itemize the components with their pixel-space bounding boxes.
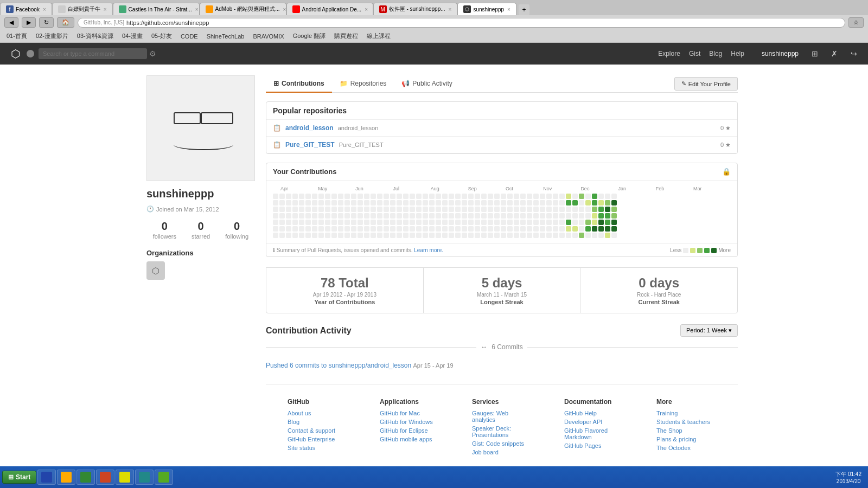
tab-gmail[interactable]: M 收件匣 - sunshineppp... × [373, 3, 458, 15]
footer-app-mac[interactable]: GitHub for Mac [380, 410, 439, 416]
bookmark-2[interactable]: 02-漫畫影片 [34, 31, 71, 41]
footer-gauges[interactable]: Gauges: Web analytics [472, 410, 532, 423]
day-cell [598, 220, 604, 225]
bookmark-5[interactable]: 05-好友 [149, 31, 174, 41]
taskbar-item-1[interactable] [37, 470, 56, 485]
tab-contributions[interactable]: ⊞ Contributions [266, 75, 332, 93]
day-cell [371, 207, 376, 212]
tab-castles[interactable]: Castles In The Air - Strat... × [113, 3, 200, 15]
footer-enterprise[interactable]: GitHub Enterprise [288, 436, 347, 442]
day-cell [520, 194, 526, 199]
nav-icon-1[interactable]: ⊞ [812, 49, 818, 58]
gist-link[interactable]: Gist [689, 50, 700, 57]
footer-devapi[interactable]: Developer API [564, 419, 624, 425]
followers-label[interactable]: followers [153, 233, 176, 240]
day-cell [331, 213, 337, 219]
new-tab-button[interactable]: + [519, 4, 529, 15]
footer-jobboard[interactable]: Job board [472, 449, 532, 455]
footer-status[interactable]: Site status [288, 445, 347, 451]
tab-close-2[interactable]: × [104, 7, 107, 12]
footer-students[interactable]: Students & teachers [656, 419, 716, 425]
tab-close-6[interactable]: × [449, 7, 452, 12]
home-button[interactable]: 🏠 [57, 17, 74, 28]
tab-close-7[interactable]: × [507, 7, 510, 12]
tab-close-3[interactable]: × [195, 7, 199, 12]
start-button[interactable]: ⊞ Start [2, 471, 36, 484]
day-cell [292, 200, 298, 206]
nav-icon-2[interactable]: ✗ [831, 49, 838, 58]
taskbar-item-7[interactable] [155, 470, 173, 485]
bookmark-7[interactable]: ShineTechLab [205, 33, 247, 40]
footer-pages[interactable]: GitHub Pages [564, 442, 624, 449]
blog-link[interactable]: Blog [709, 50, 722, 57]
url-box[interactable]: GitHub, Inc. [US] https://github.com/sun… [78, 18, 845, 28]
tab-repositories[interactable]: 📁 Repositories [332, 75, 394, 93]
footer-training[interactable]: Training [656, 410, 716, 416]
tab-android[interactable]: Android Application De... × [286, 3, 373, 15]
day-cell [442, 207, 448, 212]
gear-icon[interactable]: ⚙ [149, 49, 156, 58]
day-cell [540, 213, 545, 219]
commit-link[interactable]: Pushed 6 commits to sunshineppp/android_… [266, 362, 411, 369]
day-cell [475, 194, 480, 199]
taskbar-item-4[interactable] [96, 470, 114, 485]
day-cell [358, 207, 363, 212]
tab-close-facebook[interactable]: × [43, 7, 46, 12]
footer-app-mobile[interactable]: GitHub mobile apps [380, 436, 439, 442]
day-cell [475, 213, 480, 219]
footer-contact[interactable]: Contact & support [288, 427, 347, 434]
bookmark-9[interactable]: Google 翻譯 [291, 31, 328, 41]
taskbar-item-6[interactable] [135, 470, 154, 485]
tab-facebook[interactable]: f Facebook × [0, 3, 52, 15]
star-button[interactable]: ☆ [848, 17, 864, 28]
footer-gist[interactable]: Gist: Code snippets [472, 440, 532, 447]
help-link[interactable]: Help [731, 50, 744, 57]
bookmark-6[interactable]: CODE [178, 33, 200, 40]
taskbar-item-5[interactable] [116, 470, 134, 485]
tab-admob[interactable]: AdMob - 網站與應用程式... × [200, 3, 286, 15]
repo-link-git[interactable]: Pure_GIT_TEST [285, 141, 335, 149]
bookmark-1[interactable]: 01-首頁 [4, 31, 29, 41]
day-cell [305, 213, 311, 219]
period-button[interactable]: Period: 1 Week ▾ [680, 324, 738, 337]
tab-github[interactable]: ⬡ sunshineppp × [457, 3, 516, 15]
footer-app-win[interactable]: GitHub for Windows [380, 419, 439, 425]
github-page: ⬡ ⚙ Explore Gist Blog Help sunshineppp ⊞… [0, 43, 868, 479]
starred-label[interactable]: starred [192, 233, 210, 240]
footer-app-eclipse[interactable]: GitHub for Eclipse [380, 427, 439, 434]
bookmark-10[interactable]: 購買遊程 [332, 31, 360, 41]
day-cell [611, 226, 617, 232]
taskbar-item-3[interactable] [76, 470, 95, 485]
bookmark-3[interactable]: 03-資料&資源 [75, 31, 116, 41]
tab-bai-piao[interactable]: 白嫖到貴千牛 × [52, 3, 113, 15]
explore-link[interactable]: Explore [658, 50, 680, 57]
footer-about[interactable]: About us [288, 410, 347, 416]
tabs-bar: ⊞ Contributions 📁 Repositories 📢 Public … [266, 75, 738, 93]
bookmark-8[interactable]: BRAVOMIX [251, 33, 286, 40]
footer-help[interactable]: GitHub Help [564, 410, 624, 416]
tab-close-5[interactable]: × [365, 7, 368, 12]
tab-public-activity[interactable]: 📢 Public Activity [394, 75, 459, 93]
edit-profile-button[interactable]: ✎ Edit Your Profile [674, 77, 738, 91]
search-input[interactable] [39, 48, 147, 59]
following-label[interactable]: following [225, 233, 248, 240]
day-cell [592, 233, 597, 238]
footer-speakerdeck[interactable]: Speaker Deck: Presentations [472, 425, 532, 438]
github-logo[interactable]: ⬡ [11, 47, 20, 60]
footer-blog[interactable]: Blog [288, 419, 347, 425]
nav-icon-3[interactable]: ↪ [851, 49, 857, 58]
bookmark-11[interactable]: 線上課程 [365, 31, 393, 41]
learn-more-link[interactable]: Learn more. [414, 247, 443, 253]
back-button[interactable]: ◀ [4, 17, 18, 28]
tab-close-4[interactable]: × [283, 7, 286, 12]
forward-button[interactable]: ▶ [22, 17, 36, 28]
footer-shop[interactable]: The Shop [656, 427, 716, 434]
footer-octodex[interactable]: The Octodex [656, 445, 716, 451]
footer-plans[interactable]: Plans & pricing [656, 436, 716, 442]
taskbar-item-2[interactable] [57, 470, 75, 485]
refresh-button[interactable]: ↻ [39, 17, 54, 28]
footer-markdown[interactable]: GitHub Flavored Markdown [564, 427, 624, 440]
bookmark-4[interactable]: 04-漫畫 [120, 31, 145, 41]
repo-link-android[interactable]: android_lesson [285, 124, 334, 132]
org-icon[interactable]: ⬡ [146, 261, 165, 280]
